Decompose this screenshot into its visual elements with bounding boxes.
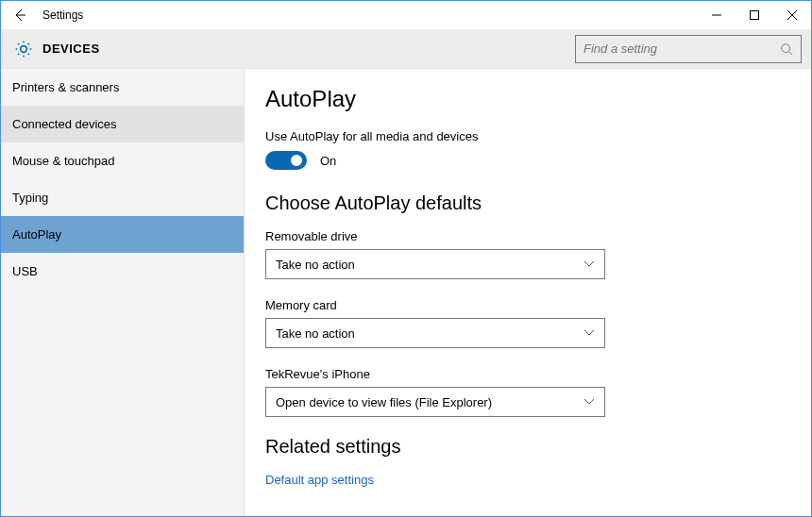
back-button[interactable] bbox=[1, 1, 39, 29]
main-panel: AutoPlay Use AutoPlay for all media and … bbox=[245, 69, 811, 516]
minimize-button[interactable] bbox=[698, 1, 736, 29]
gear-icon bbox=[14, 40, 33, 58]
close-icon bbox=[787, 10, 797, 20]
window-title: Settings bbox=[39, 8, 698, 22]
svg-rect-0 bbox=[751, 11, 759, 20]
header-bar: DEVICES bbox=[1, 29, 811, 69]
body: Printers & scanners Connected devices Mo… bbox=[1, 69, 811, 516]
sidebar-item-label: Mouse & touchpad bbox=[12, 154, 114, 168]
titlebar: Settings bbox=[1, 1, 811, 29]
select-value: Open device to view files (File Explorer… bbox=[276, 395, 492, 409]
autoplay-toggle-state: On bbox=[320, 154, 336, 168]
window-controls bbox=[698, 1, 811, 29]
select-value: Take no action bbox=[276, 326, 355, 341]
chevron-down-icon bbox=[584, 260, 595, 268]
select-removable-drive[interactable]: Take no action bbox=[265, 249, 605, 279]
sidebar-item-label: Typing bbox=[12, 191, 48, 205]
group-label-iphone: TekRevue's iPhone bbox=[265, 367, 790, 381]
group-label-memory-card: Memory card bbox=[265, 298, 790, 312]
related-heading: Related settings bbox=[265, 436, 790, 458]
sidebar-item-label: Connected devices bbox=[12, 117, 117, 131]
chevron-down-icon bbox=[584, 329, 595, 337]
autoplay-toggle-row: On bbox=[265, 151, 790, 170]
search-input[interactable] bbox=[584, 42, 780, 56]
sidebar-item-label: AutoPlay bbox=[12, 227, 61, 242]
select-value: Take no action bbox=[276, 258, 355, 272]
group-label-removable-drive: Removable drive bbox=[265, 229, 790, 243]
sidebar-item-typing[interactable]: Typing bbox=[1, 179, 244, 216]
sidebar-item-connected-devices[interactable]: Connected devices bbox=[1, 106, 244, 142]
use-autoplay-label: Use AutoPlay for all media and devices bbox=[265, 129, 790, 143]
chevron-down-icon bbox=[584, 398, 595, 406]
search-box[interactable] bbox=[575, 35, 802, 63]
sidebar-item-label: Printers & scanners bbox=[12, 80, 119, 94]
settings-window: Settings DEVICES Printers & scanne bbox=[0, 0, 812, 517]
defaults-heading: Choose AutoPlay defaults bbox=[265, 192, 790, 214]
select-iphone[interactable]: Open device to view files (File Explorer… bbox=[265, 387, 605, 417]
sidebar-item-printers-scanners[interactable]: Printers & scanners bbox=[1, 69, 244, 106]
minimize-icon bbox=[712, 10, 721, 20]
close-button[interactable] bbox=[773, 1, 811, 29]
select-memory-card[interactable]: Take no action bbox=[265, 318, 605, 348]
sidebar-item-usb[interactable]: USB bbox=[1, 253, 244, 290]
svg-point-1 bbox=[782, 43, 790, 52]
header-title: DEVICES bbox=[42, 42, 575, 56]
toggle-knob bbox=[291, 155, 302, 166]
page-title: AutoPlay bbox=[265, 86, 790, 112]
maximize-button[interactable] bbox=[736, 1, 773, 29]
sidebar: Printers & scanners Connected devices Mo… bbox=[1, 69, 245, 516]
sidebar-item-label: USB bbox=[12, 264, 38, 278]
sidebar-item-autoplay[interactable]: AutoPlay bbox=[1, 216, 244, 253]
maximize-icon bbox=[750, 10, 759, 20]
autoplay-toggle[interactable] bbox=[265, 151, 307, 170]
link-default-app-settings[interactable]: Default app settings bbox=[265, 473, 790, 487]
back-arrow-icon bbox=[12, 8, 27, 23]
sidebar-item-mouse-touchpad[interactable]: Mouse & touchpad bbox=[1, 142, 244, 179]
search-icon bbox=[780, 42, 793, 56]
